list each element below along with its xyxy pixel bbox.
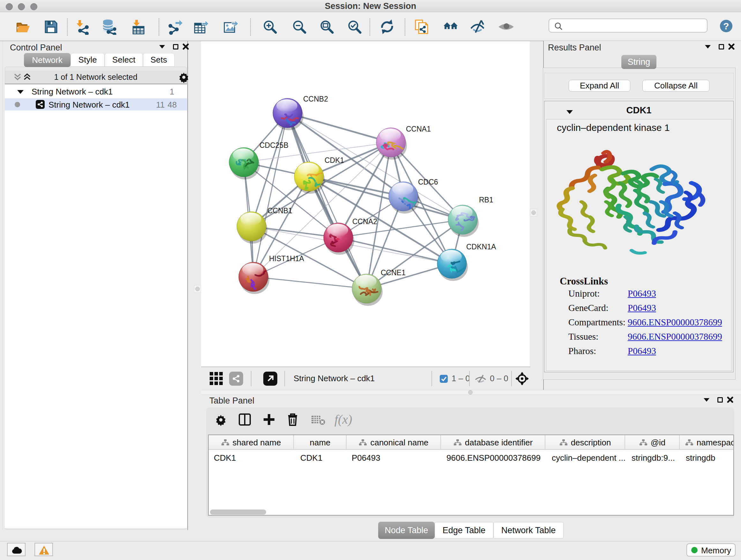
svg-text:CCNA2: CCNA2: [352, 217, 377, 226]
svg-text:RB1: RB1: [479, 196, 493, 204]
svg-text:HIST1H1A: HIST1H1A: [269, 254, 305, 263]
svg-text:CCNA1: CCNA1: [406, 125, 431, 133]
svg-text:CDC6: CDC6: [418, 178, 438, 186]
svg-text:CCNE1: CCNE1: [381, 268, 406, 277]
svg-text:CCNB1: CCNB1: [267, 206, 292, 215]
svg-text:CDKN1A: CDKN1A: [466, 243, 496, 251]
svg-text:CCNB2: CCNB2: [303, 95, 328, 103]
svg-text:CDK1: CDK1: [325, 156, 344, 165]
svg-text:CDC25B: CDC25B: [259, 141, 288, 149]
